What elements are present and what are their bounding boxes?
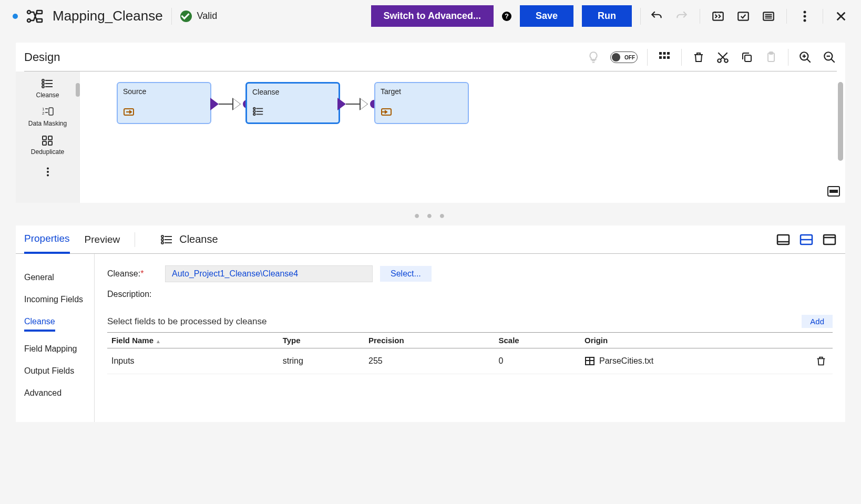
svg-point-2 xyxy=(27,19,30,22)
canvas-scrollbar[interactable] xyxy=(838,82,843,161)
svg-point-23 xyxy=(42,79,44,81)
svg-text:2: 2 xyxy=(42,111,45,116)
node-source[interactable]: Source xyxy=(117,82,211,124)
node-target[interactable]: Target xyxy=(374,82,469,124)
table-row[interactable]: Inputs string 255 0 ParseCities.txt xyxy=(107,348,833,374)
svg-rect-10 xyxy=(659,52,662,55)
sidenav-output-fields[interactable]: Output Fields xyxy=(24,360,94,382)
svg-rect-32 xyxy=(48,141,52,145)
svg-point-37 xyxy=(253,108,255,110)
sidenav-general[interactable]: General xyxy=(24,266,94,289)
col-scale[interactable]: Scale xyxy=(494,333,580,348)
cleanse-field-label: Cleanse:* xyxy=(107,269,165,279)
svg-rect-30 xyxy=(48,136,52,140)
switch-advanced-button[interactable]: Switch to Advanced... xyxy=(371,5,494,27)
select-button[interactable]: Select... xyxy=(380,266,432,282)
svg-point-43 xyxy=(161,235,163,238)
svg-point-35 xyxy=(47,174,49,177)
layout-single-icon[interactable] xyxy=(776,232,791,247)
unsaved-indicator xyxy=(13,14,18,19)
node-cleanse[interactable]: Cleanse xyxy=(245,82,340,124)
zoom-out-icon[interactable] xyxy=(822,50,837,65)
properties-content: Cleanse:* Auto_Project1_Cleanse\Cleanse4… xyxy=(95,254,845,422)
design-canvas[interactable]: Source Cleanse xyxy=(80,71,845,203)
divider xyxy=(135,232,135,247)
svg-point-8 xyxy=(804,15,806,17)
save-button[interactable]: Save xyxy=(520,5,573,27)
cleanse-icon xyxy=(252,106,265,118)
tab-properties[interactable]: Properties xyxy=(24,225,70,254)
design-title: Design xyxy=(24,50,60,64)
svg-point-34 xyxy=(47,171,49,173)
svg-rect-28 xyxy=(49,108,53,115)
cut-icon[interactable] xyxy=(715,50,730,65)
svg-point-7 xyxy=(804,11,806,13)
fields-table: Field Name▲ Type Precision Scale Origin … xyxy=(107,332,833,374)
sidenav-advanced[interactable]: Advanced xyxy=(24,382,94,404)
cell-precision: 255 xyxy=(364,348,494,374)
layout-split-icon[interactable] xyxy=(799,232,814,247)
more-icon[interactable] xyxy=(797,9,812,24)
col-origin[interactable]: Origin xyxy=(580,333,809,348)
palette-deduplicate[interactable]: Deduplicate xyxy=(16,132,79,161)
svg-point-39 xyxy=(253,114,255,116)
sidenav-field-mapping[interactable]: Field Mapping xyxy=(24,338,94,360)
col-field-name[interactable]: Field Name▲ xyxy=(107,333,279,348)
splitter[interactable]: ● ● ● xyxy=(0,208,861,223)
palette-more-icon[interactable] xyxy=(16,161,79,183)
cell-scale: 0 xyxy=(494,348,580,374)
delete-icon[interactable] xyxy=(691,50,706,65)
col-precision[interactable]: Precision xyxy=(364,333,494,348)
mapping-title: Mapping_Cleanse xyxy=(53,8,163,24)
sidenav-cleanse[interactable]: Cleanse xyxy=(24,317,55,332)
divider xyxy=(681,49,682,66)
close-icon[interactable] xyxy=(834,9,848,24)
palette-scrollbar[interactable] xyxy=(76,83,80,97)
divider xyxy=(171,8,172,25)
autolink-toggle[interactable]: OFF xyxy=(610,52,638,63)
grid-icon[interactable] xyxy=(657,50,672,65)
properties-sidenav: General Incoming Fields Cleanse Field Ma… xyxy=(16,254,95,422)
svg-point-38 xyxy=(253,110,255,112)
svg-rect-3 xyxy=(37,19,42,22)
svg-rect-31 xyxy=(43,141,46,145)
titlebar-toolbar xyxy=(649,9,848,24)
col-type[interactable]: Type xyxy=(279,333,364,348)
transformation-palette: Cleanse 12 Data Masking Deduplicate xyxy=(16,71,80,203)
layout-controls xyxy=(776,232,837,247)
design-panel: Design OFF xyxy=(16,43,845,203)
divider xyxy=(786,9,787,24)
description-label: Description: xyxy=(107,290,165,299)
redo-icon xyxy=(674,9,689,24)
svg-rect-11 xyxy=(663,52,666,55)
hint-icon[interactable] xyxy=(586,50,601,65)
svg-rect-15 xyxy=(667,56,670,59)
divider xyxy=(823,9,823,24)
validate-icon[interactable] xyxy=(736,9,751,24)
add-button[interactable]: Add xyxy=(802,315,833,328)
svg-point-45 xyxy=(161,242,163,244)
minimap-icon[interactable] xyxy=(826,184,841,199)
parameters-icon[interactable] xyxy=(711,9,725,24)
tab-preview[interactable]: Preview xyxy=(85,227,120,253)
run-button[interactable]: Run xyxy=(582,5,632,27)
palette-data-masking[interactable]: 12 Data Masking xyxy=(16,104,79,132)
svg-point-24 xyxy=(42,83,44,85)
layout-full-icon[interactable] xyxy=(822,232,837,247)
svg-rect-46 xyxy=(777,235,789,244)
divider xyxy=(647,49,648,66)
palette-cleanse[interactable]: Cleanse xyxy=(16,76,79,104)
properties-panel: Properties Preview Cleanse Ge xyxy=(16,225,845,422)
settings-icon[interactable] xyxy=(761,9,776,24)
svg-rect-42 xyxy=(830,190,837,192)
zoom-in-icon[interactable] xyxy=(798,50,813,65)
delete-row-icon[interactable] xyxy=(814,354,828,368)
svg-point-25 xyxy=(42,86,44,88)
sidenav-incoming-fields[interactable]: Incoming Fields xyxy=(24,289,94,311)
svg-rect-4 xyxy=(713,12,723,20)
undo-icon[interactable] xyxy=(649,9,664,24)
copy-icon[interactable] xyxy=(740,50,754,65)
connector xyxy=(337,98,378,110)
help-icon[interactable]: ? xyxy=(502,12,511,21)
cleanse-asset-field: Auto_Project1_Cleanse\Cleanse4 xyxy=(165,265,373,282)
